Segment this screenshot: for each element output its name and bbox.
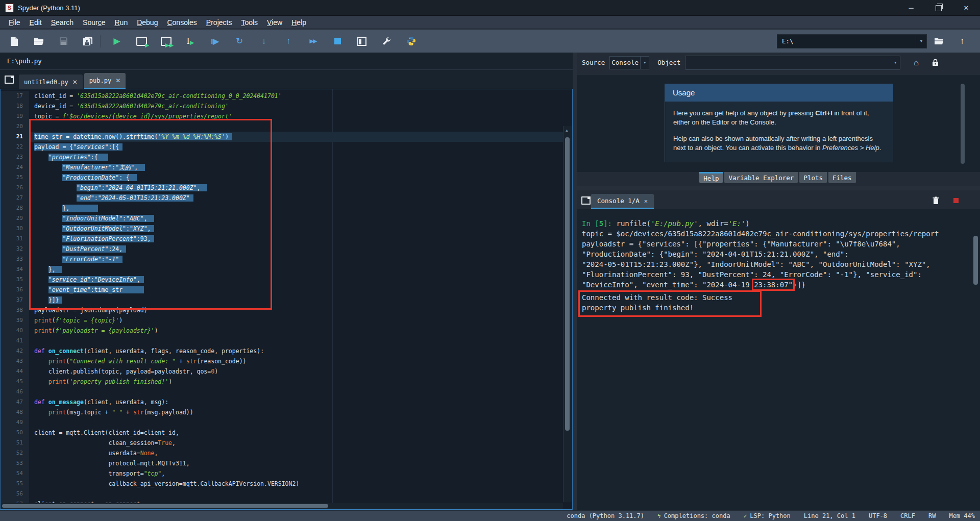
save-all-button[interactable] [78, 33, 98, 50]
code-line-51[interactable]: 51 clean_session=True, [1, 438, 563, 448]
scrollbar-thumb[interactable] [973, 236, 978, 285]
tab-console-1a[interactable]: Console 1/A ✕ [591, 194, 654, 209]
code-line-54[interactable]: 54 transport="tcp", [1, 468, 563, 479]
menu-source[interactable]: Source [78, 17, 110, 28]
debug-file-button[interactable]: I▶ [205, 33, 225, 50]
tab-files[interactable]: Files [828, 172, 856, 183]
code-line-17[interactable]: 17client_id = '635d15a8222a8601d402e79c_… [1, 91, 563, 101]
minimize-button[interactable]: ─ [897, 0, 925, 15]
code-line-50[interactable]: 50client = mqtt.Client(client_id=client_… [1, 428, 563, 438]
help-scrollbar[interactable] [960, 80, 966, 167]
console-line: "FluorinationPercent": 93, "DustPercent"… [582, 269, 980, 280]
code-line-47[interactable]: 47def on_message(client, userdata, msg): [1, 397, 563, 407]
menu-tools[interactable]: Tools [236, 17, 262, 28]
open-file-button[interactable] [29, 33, 49, 50]
editor-horizontal-scrollbar[interactable] [1, 503, 563, 509]
code-line-44[interactable]: 44 client.publish(topic, payload=payload… [1, 366, 563, 377]
scroll-up-arrow-icon[interactable]: ▲ [566, 128, 568, 133]
close-icon[interactable]: ✕ [72, 79, 78, 86]
menu-consoles[interactable]: Consoles [162, 17, 201, 28]
menu-run[interactable]: Run [110, 17, 132, 28]
code-line-56[interactable]: 56 [1, 489, 563, 499]
run-cell-advance-button[interactable]: ▶▶ [156, 33, 176, 50]
menu-debug[interactable]: Debug [132, 17, 162, 28]
run-file-button[interactable]: ▶ [107, 33, 127, 50]
tab-plots[interactable]: Plots [799, 172, 827, 183]
close-icon[interactable]: ✕ [115, 77, 120, 84]
working-directory-value: E:\ [777, 37, 916, 45]
line-number: 22 [1, 142, 29, 152]
code-line-48[interactable]: 48 print(msg.topic + " " + str(msg.paylo… [1, 407, 563, 417]
object-combobox[interactable]: ▼ [685, 56, 900, 70]
console-output[interactable]: In [5]: runfile('E:/pub.py', wdir='E:')t… [577, 210, 980, 510]
menu-view[interactable]: View [262, 17, 287, 28]
step-return-button[interactable]: ↑ [278, 33, 299, 50]
step-into-button[interactable]: ↓ [254, 33, 274, 50]
code-line-18[interactable]: 18device_id = '635d15a8222a8601d402e79c_… [1, 101, 563, 111]
file-switcher-icon[interactable] [5, 76, 14, 84]
console-switcher-icon[interactable] [581, 196, 591, 205]
menu-edit[interactable]: Edit [25, 17, 46, 28]
code-line-52[interactable]: 52 userdata=None, [1, 448, 563, 458]
check-icon: ✓ [744, 513, 747, 519]
lock-button[interactable] [932, 59, 939, 66]
line-text: client.publish(topic, payload=payloadstr… [29, 366, 218, 377]
code-line-45[interactable]: 45 print('property publish finished!') [1, 377, 563, 387]
tab-label: pub.py [89, 77, 111, 84]
chevron-down-icon[interactable]: ▼ [916, 35, 926, 48]
menu-help[interactable]: Help [287, 17, 311, 28]
remove-variables-button[interactable] [933, 196, 939, 205]
code-line-40[interactable]: 40print(f'payloadstr = {payloadstr}') [1, 326, 563, 336]
chevron-down-icon[interactable]: ▼ [640, 57, 649, 69]
scrollbar-thumb[interactable] [2, 504, 328, 508]
code-editor[interactable]: 17client_id = '635d15a8222a8601d402e79c_… [0, 89, 573, 510]
close-button[interactable]: ✕ [952, 0, 980, 15]
console-line: "2024-05-01T15:21:23.000Z"}, "IndoorUnit… [582, 259, 980, 269]
editor-tab-pub.py[interactable]: pub.py✕ [84, 73, 126, 89]
python-env-button[interactable] [401, 33, 421, 50]
scrollbar-thumb[interactable] [565, 137, 570, 431]
code-line-41[interactable]: 41 [1, 336, 563, 346]
continue-button[interactable]: ▶▶ [303, 33, 323, 50]
code-line-43[interactable]: 43 print("Connected with result code: " … [1, 356, 563, 366]
code-line-39[interactable]: 39print(f'topic = {topic}') [1, 315, 563, 326]
scrollbar-thumb[interactable] [961, 84, 965, 164]
code-line-55[interactable]: 55 callback_api_version=mqtt.CallbackAPI… [1, 479, 563, 489]
working-directory-combobox[interactable]: E:\ ▼ [777, 34, 927, 48]
interrupt-kernel-icon[interactable] [953, 198, 959, 203]
source-combobox[interactable]: Console ▼ [609, 56, 649, 69]
console-scrollbar[interactable] [972, 233, 979, 507]
maximize-pane-button[interactable] [352, 33, 372, 50]
tab-help[interactable]: Help [699, 172, 723, 183]
save-all-icon [83, 36, 93, 46]
editor-tab-untitled0.py[interactable]: untitled0.py✕ [19, 75, 83, 89]
parent-directory-button[interactable]: ↑ [950, 33, 974, 50]
stop-button[interactable] [327, 33, 348, 50]
menu-file[interactable]: File [4, 17, 25, 28]
menu-projects[interactable]: Projects [202, 17, 237, 28]
browse-directory-button[interactable] [927, 33, 950, 50]
code-line-42[interactable]: 42def on_connect(client, userdata, flags… [1, 346, 563, 356]
restore-button[interactable] [925, 0, 952, 15]
pane-splitter[interactable] [577, 186, 980, 190]
run-selection-button[interactable]: I▶ [180, 33, 201, 50]
code-line-46[interactable]: 46 [1, 387, 563, 397]
editor-vertical-scrollbar[interactable]: ▲ [563, 126, 572, 502]
run-cell-button[interactable]: ▶ [131, 33, 152, 50]
status-lsp: ✓LSP: Python [744, 512, 791, 519]
tab-variable-explorer[interactable]: Variable Explorer [724, 172, 798, 183]
preferences-button[interactable] [376, 33, 397, 50]
line-number: 23 [1, 152, 29, 162]
chevron-down-icon[interactable]: ▼ [891, 61, 900, 64]
save-button[interactable] [53, 33, 74, 50]
code-line-53[interactable]: 53 protocol=mqtt.MQTTv311, [1, 458, 563, 468]
new-file-button[interactable] [4, 33, 24, 50]
step-over-button[interactable]: ↻ [229, 33, 250, 50]
line-text: protocol=mqtt.MQTTv311, [29, 458, 190, 468]
close-icon[interactable]: ✕ [644, 197, 648, 205]
menu-search[interactable]: Search [46, 17, 78, 28]
help-header: Source Console ▼ Object ▼ ⌂ [577, 53, 980, 72]
console-line: In [5]: runfile('E:/pub.py', wdir='E:') [582, 218, 980, 229]
code-line-49[interactable]: 49 [1, 417, 563, 428]
home-button[interactable]: ⌂ [914, 58, 919, 67]
